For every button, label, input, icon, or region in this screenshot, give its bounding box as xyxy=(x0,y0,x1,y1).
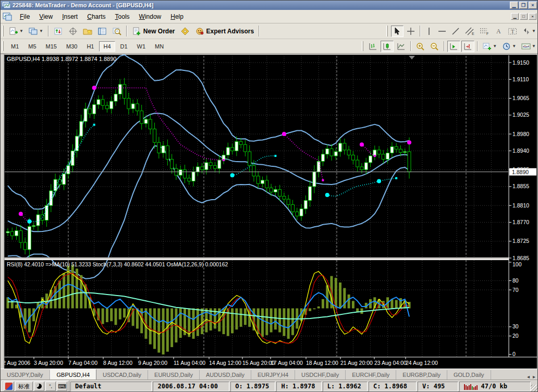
text-icon: A xyxy=(494,27,503,35)
toolbar-separator xyxy=(126,26,127,36)
svg-text:1.8980: 1.8980 xyxy=(512,131,529,137)
arrows-tool-button[interactable]: ▼ xyxy=(520,26,538,37)
svg-text:1.8770: 1.8770 xyxy=(512,219,529,225)
channel-tool-button[interactable]: E xyxy=(463,26,476,37)
chart-tab-eurgbp-daily[interactable]: EURGBP,Daily xyxy=(396,370,447,379)
data-window-button[interactable] xyxy=(66,26,80,37)
menu-help[interactable]: Help xyxy=(166,11,188,22)
timeframe-m5-button[interactable]: M5 xyxy=(24,41,40,52)
indicators-button[interactable]: ▼ xyxy=(481,41,499,52)
chevron-down-icon: ▼ xyxy=(39,29,43,33)
chart-tab-eurusd-daily[interactable]: EURUSD,Daily xyxy=(148,370,200,379)
timeframe-m30-button[interactable]: M30 xyxy=(62,41,81,52)
close-button[interactable]: × xyxy=(529,2,537,9)
toolbar-grip[interactable] xyxy=(362,41,363,51)
window-title: 225848: MetaTrader - Demo Account - [GBP… xyxy=(13,2,509,8)
svg-text:1.9025: 1.9025 xyxy=(512,112,529,118)
price-chart[interactable]: GBPUSD,H4 1.8938 1.8972 1.8874 1.8890RSI… xyxy=(1,54,538,369)
chart-tab-usdchf-daily[interactable]: USDCHF,Daily xyxy=(295,370,346,379)
crosshair-tool-button[interactable] xyxy=(405,26,417,37)
ime-language-button[interactable] xyxy=(4,382,14,391)
mdi-window-buttons: ▁ □ × xyxy=(510,13,538,20)
line-chart-button[interactable] xyxy=(395,41,408,52)
ime-fullhalf-button[interactable] xyxy=(34,382,44,391)
menu-view[interactable]: View xyxy=(34,11,57,22)
trendline-tool-button[interactable] xyxy=(449,26,462,37)
templates-button[interactable]: ▼ xyxy=(519,41,538,52)
svg-text:21 Aug 20:00: 21 Aug 20:00 xyxy=(340,360,373,366)
chart-profiles-button[interactable]: ▼ xyxy=(27,26,45,37)
navigator-button[interactable] xyxy=(81,26,94,37)
menu-items: FileViewInsertChartsToolsWindowHelp xyxy=(15,11,188,22)
chart-tab-audusd-daily[interactable]: AUDUSD,Daily xyxy=(200,370,251,379)
toolbar-separator xyxy=(477,41,478,51)
menu-tools[interactable]: Tools xyxy=(111,11,134,22)
mdi-minimize-button[interactable]: ▁ xyxy=(511,13,519,20)
ime-icon xyxy=(5,383,13,390)
timeframe-m15-button[interactable]: M15 xyxy=(42,41,61,52)
new-chart-button[interactable]: ▼ xyxy=(7,26,26,37)
candlestick-chart-button[interactable] xyxy=(381,41,394,52)
zoom-in-button[interactable] xyxy=(414,41,427,52)
horizontal-line-tool-button[interactable] xyxy=(436,26,448,37)
timeframe-d1-button[interactable]: D1 xyxy=(116,41,132,52)
bar-chart-button[interactable] xyxy=(366,41,380,52)
menu-file[interactable]: File xyxy=(15,11,34,22)
strategy-tester-button[interactable] xyxy=(110,26,124,37)
chart-tab-usdcad-daily[interactable]: USDCAD,Daily xyxy=(96,370,148,379)
zoom-out-button[interactable] xyxy=(428,41,441,52)
menu-charts[interactable]: Charts xyxy=(82,11,110,22)
timeframe-mn-button[interactable]: MN xyxy=(151,41,168,52)
chart-tab-gold-daily[interactable]: GOLD,Daily xyxy=(447,370,491,379)
chart-window-icon xyxy=(3,13,12,21)
mdi-restore-button[interactable]: □ xyxy=(520,13,528,20)
timeframe-m1-button[interactable]: M1 xyxy=(7,41,23,52)
ime-mode-button[interactable]: 标准 xyxy=(15,382,33,391)
svg-text:8 Aug 12:00: 8 Aug 12:00 xyxy=(103,360,132,366)
new-order-button[interactable]: New Order xyxy=(130,26,177,37)
tab-scroll-left-icon[interactable]: ◂ xyxy=(527,374,530,379)
metaeditor-button[interactable] xyxy=(178,26,192,37)
chart-tab-eurchf-daily[interactable]: EURCHF,Daily xyxy=(346,370,396,379)
template-icon xyxy=(521,42,531,51)
svg-text:1.8890: 1.8890 xyxy=(512,169,529,175)
tab-scroll-right-icon[interactable]: ▸ xyxy=(533,374,535,379)
resize-grip[interactable] xyxy=(531,385,538,392)
profile-status[interactable]: Default xyxy=(70,382,152,391)
periods-button[interactable]: ▼ xyxy=(500,41,518,52)
svg-text:GBPUSD,H4 1.8938 1.8972 1.887: GBPUSD,H4 1.8938 1.8972 1.8874 1.8890 xyxy=(7,56,116,62)
auto-scroll-button[interactable] xyxy=(447,41,460,52)
toolbar-grip[interactable] xyxy=(386,26,388,36)
chart-tab-gbpusd-h4[interactable]: GBPUSD,H4 xyxy=(50,369,97,379)
restore-button[interactable]: ❐ xyxy=(519,2,528,9)
menu-window[interactable]: Window xyxy=(134,11,166,22)
ime-punctuation-button[interactable]: °, xyxy=(45,382,56,391)
ime-softkeyboard-button[interactable]: ⌨ xyxy=(57,382,67,391)
timeframe-h4-button[interactable]: H4 xyxy=(99,41,115,52)
terminal-button[interactable] xyxy=(95,26,109,37)
svg-text:2 Aug 2006: 2 Aug 2006 xyxy=(3,360,30,366)
toolbar-grip[interactable] xyxy=(2,41,4,51)
svg-text:1.9110: 1.9110 xyxy=(512,76,529,82)
text-label-tool-button[interactable]: T xyxy=(506,26,519,37)
title-bar[interactable]: 225848: MetaTrader - Demo Account - [GBP… xyxy=(1,1,538,10)
timeframe-w1-button[interactable]: W1 xyxy=(133,41,150,52)
menu-insert[interactable]: Insert xyxy=(57,11,82,22)
chevron-down-icon: ▼ xyxy=(493,44,497,48)
chart-tab-usdjpy-daily[interactable]: USDJPY,Daily xyxy=(1,370,50,379)
text-tool-button[interactable]: A xyxy=(492,26,505,37)
chart-shift-button[interactable] xyxy=(461,41,474,52)
market-watch-button[interactable] xyxy=(52,26,65,37)
mdi-close-button[interactable]: × xyxy=(529,13,536,20)
bar-open-status: O: 1.8975 xyxy=(230,382,275,391)
toolbar-grip[interactable] xyxy=(2,26,4,36)
timeframe-h1-button[interactable]: H1 xyxy=(82,41,98,52)
current-price-label: 1.8890 xyxy=(509,168,536,176)
chart-tab-eurjpy-h4[interactable]: EURJPY,H4 xyxy=(251,370,295,379)
minimize-button[interactable]: ▁ xyxy=(510,2,518,9)
cursor-tool-button[interactable] xyxy=(391,26,404,37)
expert-advisors-button[interactable]: Expert Advisors xyxy=(193,26,256,37)
svg-text:F: F xyxy=(486,32,488,35)
fibonacci-tool-button[interactable]: F xyxy=(478,26,491,37)
vertical-line-tool-button[interactable] xyxy=(423,26,435,37)
